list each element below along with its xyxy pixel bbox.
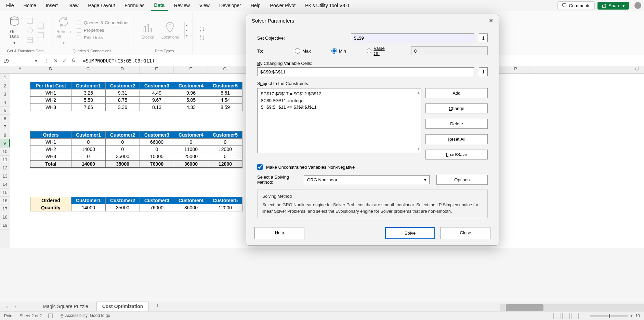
- menu-formulas[interactable]: Formulas: [121, 1, 148, 10]
- from-text-icon[interactable]: [26, 17, 34, 25]
- add-sheet-button[interactable]: +: [152, 303, 163, 310]
- name-box[interactable]: L9 ▾: [0, 57, 41, 65]
- col-header[interactable]: B: [30, 66, 71, 73]
- avatar[interactable]: [634, 2, 641, 9]
- change-button[interactable]: Change: [425, 103, 488, 113]
- radio-max[interactable]: Max: [295, 48, 311, 54]
- row-header[interactable]: 14: [0, 180, 10, 189]
- properties-button[interactable]: Properties: [76, 28, 130, 33]
- menu-file[interactable]: File: [3, 1, 17, 10]
- from-table-icon[interactable]: [26, 36, 34, 44]
- sheet-tab-magic-square[interactable]: Magic Square Puzzle: [37, 302, 93, 311]
- chevron-down-icon[interactable]: ▾: [35, 58, 37, 64]
- get-data-button[interactable]: Get Data▾: [6, 14, 23, 47]
- row-header[interactable]: 17: [0, 205, 10, 213]
- options-button[interactable]: Options: [436, 175, 488, 185]
- col-header[interactable]: D: [105, 66, 140, 73]
- accessibility-status[interactable]: Accessibility: Good to go: [60, 313, 110, 318]
- row-header[interactable]: 19: [0, 221, 10, 229]
- zoom-level[interactable]: 10: [635, 314, 640, 318]
- from-web-icon[interactable]: [26, 27, 34, 34]
- close-icon[interactable]: ✕: [489, 17, 493, 24]
- row-header[interactable]: 15: [0, 189, 10, 197]
- row-header[interactable]: 1: [0, 74, 10, 82]
- data-types-more[interactable]: ▴▾▾: [184, 22, 189, 39]
- menu-help[interactable]: Help: [247, 1, 264, 10]
- menu-developer[interactable]: Developer: [216, 1, 245, 10]
- sort-desc-icon[interactable]: ZA: [199, 34, 206, 41]
- row-header[interactable]: 10: [0, 148, 10, 156]
- col-header[interactable]: F: [174, 66, 208, 73]
- menu-insert[interactable]: Insert: [42, 1, 61, 10]
- row-header[interactable]: 13: [0, 172, 10, 180]
- menu-data[interactable]: Data: [151, 0, 168, 11]
- menu-draw[interactable]: Draw: [64, 1, 82, 10]
- normal-view-icon[interactable]: [553, 313, 561, 319]
- horizontal-scrollbar[interactable]: [500, 304, 644, 311]
- constraint-item[interactable]: $C$17:$G$17 = $C$12:$G$12: [261, 91, 418, 97]
- constraint-item[interactable]: $H$9:$H$11 <= $J$9:$J$11: [261, 104, 418, 111]
- solving-method-select[interactable]: GRG Nonlinear▾: [304, 175, 429, 184]
- recent-sources-icon[interactable]: [37, 22, 44, 29]
- comments-button[interactable]: Comments: [557, 1, 595, 10]
- value-of-input[interactable]: [411, 46, 488, 55]
- col-header[interactable]: C: [71, 66, 105, 73]
- col-header[interactable]: G: [208, 66, 242, 73]
- next-sheet-icon[interactable]: ›: [13, 304, 18, 309]
- menu-review[interactable]: Review: [171, 1, 193, 10]
- edit-links-button[interactable]: Edit Links: [76, 35, 130, 41]
- load-save-button[interactable]: Load/Save: [425, 150, 488, 159]
- search-icon[interactable]: [635, 66, 640, 72]
- sheet-tab-cost-optimization[interactable]: Cost Optimization: [96, 302, 149, 311]
- add-button[interactable]: Add: [425, 88, 488, 98]
- col-header[interactable]: P: [502, 66, 529, 73]
- more-options-icon[interactable]: ⋮: [43, 57, 51, 65]
- unconstrained-nonneg-checkbox[interactable]: [257, 164, 263, 170]
- col-header[interactable]: A: [10, 66, 30, 73]
- set-objective-input[interactable]: [351, 33, 474, 42]
- help-button[interactable]: Help: [254, 227, 304, 239]
- zoom-out-icon[interactable]: −: [585, 314, 587, 318]
- row-header[interactable]: 12: [0, 164, 10, 172]
- sort-asc-icon[interactable]: AZ: [199, 25, 206, 32]
- page-layout-view-icon[interactable]: [562, 313, 570, 319]
- existing-conn-icon[interactable]: [37, 31, 44, 39]
- macro-record-icon[interactable]: [48, 313, 53, 319]
- page-break-view-icon[interactable]: [571, 313, 579, 319]
- prev-sheet-icon[interactable]: ‹: [4, 304, 10, 309]
- menu-home[interactable]: Home: [20, 1, 40, 10]
- row-header[interactable]: 4: [0, 98, 10, 107]
- delete-button[interactable]: Delete: [425, 119, 488, 129]
- range-picker-icon[interactable]: ↥: [479, 33, 488, 42]
- locations-button[interactable]: Locations: [159, 19, 181, 42]
- menu-page-layout[interactable]: Page Layout: [85, 1, 119, 10]
- queries-connections-button[interactable]: Queries & Connections: [76, 20, 130, 26]
- zoom-slider[interactable]: [590, 315, 628, 317]
- row-header[interactable]: 18: [0, 213, 10, 221]
- row-header[interactable]: 16: [0, 197, 10, 205]
- constraints-listbox[interactable]: $C$17:$G$17 = $C$12:$G$12 $C$9:$G$11 = i…: [257, 88, 421, 153]
- row-header[interactable]: 7: [0, 123, 10, 131]
- constraint-item[interactable]: $C$9:$G$11 = integer: [261, 97, 418, 104]
- share-button[interactable]: Share ▾: [597, 2, 629, 10]
- menu-view[interactable]: View: [196, 1, 213, 10]
- reset-all-button[interactable]: Reset All: [425, 134, 488, 144]
- stocks-button[interactable]: Stocks: [140, 19, 156, 42]
- accept-formula-icon[interactable]: ✓: [61, 57, 68, 65]
- cancel-formula-icon[interactable]: ✕: [52, 57, 60, 65]
- row-header[interactable]: 2: [0, 82, 10, 90]
- row-header[interactable]: 3: [0, 90, 10, 98]
- menu-pk-utility[interactable]: PK's Utility Tool V3.0: [302, 1, 352, 10]
- row-header[interactable]: 6: [0, 115, 10, 123]
- zoom-in-icon[interactable]: +: [630, 314, 633, 318]
- fx-icon[interactable]: fx: [70, 57, 77, 65]
- select-all-corner[interactable]: [0, 66, 10, 74]
- refresh-all-button[interactable]: Refresh All▾: [54, 14, 73, 47]
- close-button[interactable]: Close: [441, 227, 490, 239]
- menu-power-pivot[interactable]: Power Pivot: [267, 1, 299, 10]
- row-header[interactable]: 5: [0, 107, 10, 115]
- radio-value-of[interactable]: Value Of:: [367, 46, 391, 56]
- range-picker-icon[interactable]: ↥: [479, 67, 488, 76]
- row-header[interactable]: 11: [0, 156, 10, 164]
- by-changing-input[interactable]: [257, 67, 474, 76]
